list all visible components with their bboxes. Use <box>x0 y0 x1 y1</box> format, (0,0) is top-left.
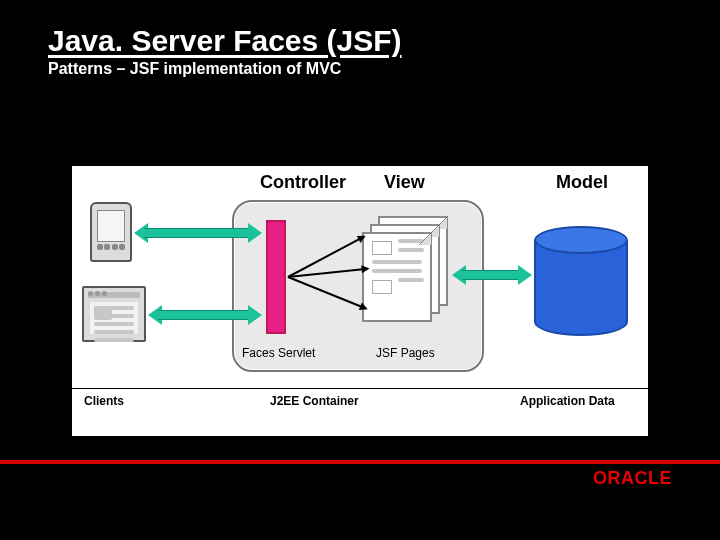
oracle-logo: ORACLE <box>593 468 672 489</box>
column-header-view: View <box>384 172 425 193</box>
clients-label: Clients <box>84 394 124 408</box>
mvc-diagram: Controller View Model <box>72 166 648 436</box>
client-pda-icon <box>90 202 132 262</box>
column-header-controller: Controller <box>260 172 346 193</box>
faces-servlet-label: Faces Servlet <box>242 346 315 360</box>
column-header-model: Model <box>556 172 608 193</box>
client-browser-icon <box>82 286 146 342</box>
arrow-client-browser-to-servlet <box>148 306 262 324</box>
slide-footer: ORACLE <box>0 460 720 494</box>
faces-servlet-icon <box>266 220 286 334</box>
slide-title: Java. Server Faces (JSF) <box>48 24 672 58</box>
diagram-separator-line <box>72 388 648 389</box>
slide-subtitle: Patterns – JSF implementation of MVC <box>48 60 672 78</box>
database-icon <box>534 226 628 336</box>
jsf-pages-icon <box>362 216 450 324</box>
application-data-label: Application Data <box>520 394 615 408</box>
jsf-pages-label: JSF Pages <box>376 346 435 360</box>
footer-red-divider <box>0 460 720 464</box>
arrow-view-to-model <box>452 266 532 284</box>
arrow-client-pda-to-servlet <box>134 224 262 242</box>
j2ee-container-label: J2EE Container <box>270 394 359 408</box>
